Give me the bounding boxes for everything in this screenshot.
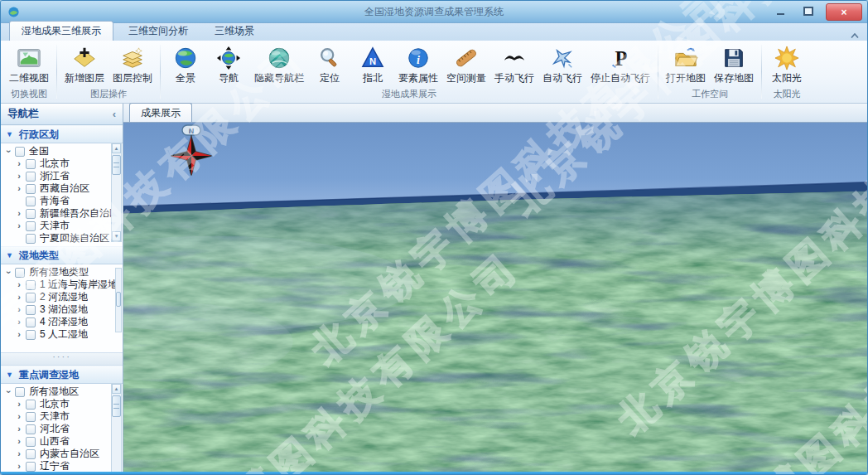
checkbox[interactable] — [26, 209, 36, 219]
ribbon-button-magnifier[interactable]: 定位 — [308, 42, 351, 86]
tree-item[interactable]: 青海省 — [1, 195, 123, 207]
scrollbar-track[interactable] — [112, 394, 121, 472]
expand-icon[interactable]: › — [14, 209, 24, 218]
scrollbar-thumb[interactable] — [112, 155, 121, 175]
ribbon-button-info[interactable]: i要素属性 — [394, 42, 442, 86]
tree-item[interactable]: ›所有湿地类型 — [1, 266, 123, 279]
ribbon-button-plane[interactable]: 自动飞行 — [538, 42, 586, 86]
compass[interactable]: N — [170, 124, 213, 176]
ribbon-button-north[interactable]: N指北 — [351, 42, 394, 86]
ribbon-button-nav-globe[interactable]: 导航 — [207, 42, 250, 86]
tree-item[interactable]: ›2 河流湿地 — [1, 291, 123, 303]
ribbon-button-open-folder[interactable]: 打开地图 — [662, 42, 710, 86]
expand-icon[interactable]: › — [14, 184, 24, 193]
expand-icon[interactable]: › — [14, 437, 24, 446]
tree-item[interactable]: ›内蒙古自治区 — [1, 448, 123, 460]
checkbox[interactable] — [26, 412, 36, 422]
panel-splitter[interactable]: ···· — [1, 352, 123, 366]
tab-results-display[interactable]: 成果展示 — [129, 103, 192, 122]
ribbon-button-save[interactable]: 保存地图 — [710, 42, 758, 86]
checkbox[interactable] — [26, 449, 36, 459]
sidebar-collapse-icon[interactable]: ‹ — [113, 108, 116, 120]
scrollbar[interactable] — [115, 268, 122, 332]
ribbon-button-hide-nav-globe[interactable]: 隐藏导航栏 — [250, 42, 308, 86]
ribbon-button-globe[interactable]: 全景 — [164, 42, 207, 86]
tree-item[interactable]: ›北京市 — [1, 398, 123, 410]
tree-item[interactable]: ›5 人工湿地 — [1, 328, 123, 341]
checkbox[interactable] — [26, 424, 36, 434]
expand-icon[interactable]: › — [14, 280, 24, 289]
tree-item[interactable]: ›全国 — [1, 145, 123, 158]
expand-icon[interactable]: › — [14, 221, 24, 230]
collapse-icon[interactable]: › — [4, 387, 13, 397]
tree-item[interactable]: ›辽宁省 — [1, 460, 123, 472]
checkbox[interactable] — [26, 305, 36, 315]
tree-item-label[interactable]: 宁夏回族自治区 — [40, 231, 109, 245]
scrollbar[interactable]: ▲ — [111, 383, 122, 472]
scrollbar-track[interactable] — [112, 153, 121, 231]
tree-item[interactable]: ›所有湿地区 — [1, 385, 123, 398]
checkbox[interactable] — [15, 387, 25, 397]
checkbox[interactable] — [26, 317, 36, 327]
ribbon-tab-3[interactable]: 三维场景 — [203, 22, 266, 41]
collapse-icon[interactable]: › — [4, 147, 13, 157]
terrain-3d-scene[interactable] — [123, 123, 867, 472]
expand-icon[interactable]: › — [14, 159, 24, 168]
close-button[interactable]: × — [826, 3, 862, 21]
tree-item[interactable]: ›天津市 — [1, 220, 123, 232]
maximize-button[interactable] — [798, 3, 819, 18]
expand-icon[interactable]: › — [14, 462, 24, 471]
checkbox[interactable] — [26, 462, 36, 472]
tree-item[interactable]: ›浙江省 — [1, 170, 123, 182]
checkbox[interactable] — [26, 330, 36, 340]
expand-icon[interactable]: › — [14, 293, 24, 302]
ribbon-button-stop-p[interactable]: P停止自动飞行 — [586, 42, 654, 86]
expand-icon[interactable]: › — [14, 317, 24, 327]
checkbox[interactable] — [26, 221, 36, 231]
scrollbar-thumb[interactable] — [116, 292, 121, 307]
scroll-up-button[interactable]: ▲ — [112, 384, 121, 394]
panel-header[interactable]: ▼湿地类型 — [1, 246, 123, 264]
checkbox[interactable] — [15, 147, 25, 157]
ribbon-tab-2[interactable]: 三维空间分析 — [117, 22, 200, 41]
tree-item[interactable]: ›山西省 — [1, 435, 123, 448]
tree-item[interactable]: ›1 近海与海岸湿地 — [1, 279, 123, 291]
checkbox[interactable] — [26, 293, 36, 303]
checkbox[interactable] — [26, 184, 36, 194]
scroll-down-button[interactable]: ▼ — [112, 231, 121, 241]
panel-header[interactable]: ▼行政区划 — [1, 125, 123, 143]
tree-item-label[interactable]: 辽宁省 — [40, 459, 70, 472]
tree-item-label[interactable]: 5 人工湿地 — [40, 327, 88, 342]
checkbox[interactable] — [26, 234, 36, 244]
checkbox[interactable] — [26, 159, 36, 169]
expand-icon[interactable]: › — [14, 172, 24, 181]
tree-item[interactable]: ›3 湖泊湿地 — [1, 303, 123, 316]
scrollbar-thumb[interactable] — [112, 395, 121, 417]
ribbon-button-ruler[interactable]: 空间测量 — [442, 42, 490, 86]
expand-icon[interactable]: › — [14, 412, 24, 421]
panel-header[interactable]: ▼重点调查湿地 — [1, 366, 123, 384]
collapse-ribbon-button[interactable] — [850, 27, 860, 42]
checkbox[interactable] — [26, 437, 36, 447]
minimize-button[interactable] — [769, 3, 791, 18]
scrollbar[interactable]: ▲▼ — [111, 143, 122, 242]
expand-icon[interactable]: › — [14, 424, 24, 434]
ribbon-button-add-layer[interactable]: 新增图层 — [60, 42, 108, 86]
ribbon-button-sun[interactable]: 太阳光 — [765, 42, 808, 86]
checkbox[interactable] — [26, 196, 36, 206]
tree-item[interactable]: ›新疆维吾尔自治区 — [1, 207, 123, 220]
tree-item[interactable]: 宁夏回族自治区 — [1, 232, 123, 245]
expand-icon[interactable]: › — [14, 305, 24, 314]
ribbon-button-map-2d[interactable]: 二维视图 — [5, 42, 53, 86]
map-viewport[interactable]: N — [123, 123, 867, 472]
scrollbar-track[interactable] — [116, 269, 121, 332]
checkbox[interactable] — [15, 268, 25, 278]
ribbon-button-bird[interactable]: 手动飞行 — [490, 42, 538, 86]
expand-icon[interactable]: › — [14, 330, 24, 339]
checkbox[interactable] — [26, 172, 36, 182]
checkbox[interactable] — [26, 400, 36, 410]
tree-item[interactable]: ›北京市 — [1, 158, 123, 170]
tree-item[interactable]: ›天津市 — [1, 410, 123, 423]
tree-item[interactable]: ›西藏自治区 — [1, 182, 123, 195]
tree-item[interactable]: ›4 沼泽湿地 — [1, 316, 123, 328]
